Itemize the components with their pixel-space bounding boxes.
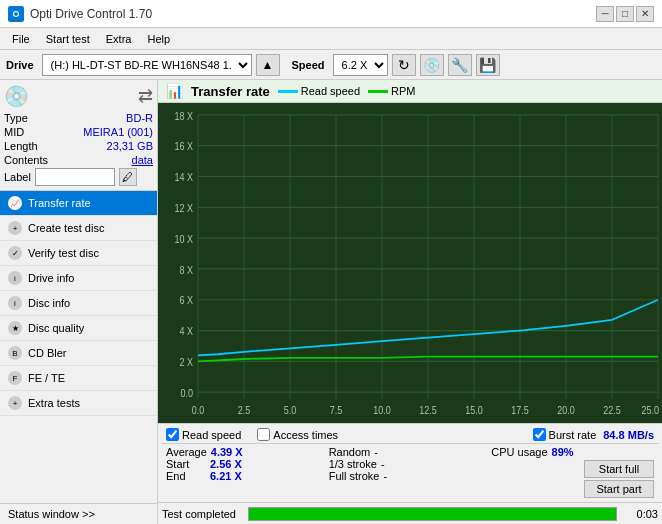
close-button[interactable]: ✕ bbox=[636, 6, 654, 22]
checkbox-access-times-input[interactable] bbox=[257, 428, 270, 441]
stat-end-row: End 6.21 X bbox=[166, 470, 329, 482]
svg-text:2.5: 2.5 bbox=[238, 404, 251, 416]
nav-item-drive-info[interactable]: i Drive info bbox=[0, 266, 157, 291]
svg-text:12.5: 12.5 bbox=[419, 404, 437, 416]
svg-text:0.0: 0.0 bbox=[180, 387, 193, 399]
stat-random-val: - bbox=[374, 446, 378, 458]
svg-text:20.0: 20.0 bbox=[557, 404, 575, 416]
disc-label-btn[interactable]: 🖊 bbox=[119, 168, 137, 186]
eject-button[interactable]: ▲ bbox=[256, 54, 280, 76]
start-part-button[interactable]: Start part bbox=[584, 480, 654, 498]
title-bar-left: O Opti Drive Control 1.70 bbox=[8, 6, 152, 22]
svg-text:12 X: 12 X bbox=[174, 202, 193, 214]
nav-item-verify-test-disc[interactable]: ✓ Verify test disc bbox=[0, 241, 157, 266]
disc-panel-header: 💿 ⇄ bbox=[4, 84, 153, 108]
drive-toolbar: Drive (H:) HL-DT-ST BD-RE WH16NS48 1.D3 … bbox=[0, 50, 662, 80]
stat-random-label: Random bbox=[329, 446, 371, 458]
nav-menu: 📈 Transfer rate + Create test disc ✓ Ver… bbox=[0, 191, 157, 503]
title-bar: O Opti Drive Control 1.70 ─ □ ✕ bbox=[0, 0, 662, 28]
disc-icon: 💿 bbox=[4, 84, 29, 108]
stat-end-label: End bbox=[166, 470, 206, 482]
burst-rate-number: 84.8 MB/s bbox=[603, 429, 654, 441]
stats-area: Read speed Access times Burst rate 84.8 … bbox=[158, 423, 662, 502]
nav-item-cd-bler[interactable]: B CD Bler bbox=[0, 341, 157, 366]
sidebar: 💿 ⇄ Type BD-R MID MEIRA1 (001) Length 23… bbox=[0, 80, 158, 524]
checkbox-burst-rate[interactable]: Burst rate 84.8 MB/s bbox=[533, 428, 654, 441]
main-content: 💿 ⇄ Type BD-R MID MEIRA1 (001) Length 23… bbox=[0, 80, 662, 524]
stat-cpu-val: 89% bbox=[552, 446, 587, 458]
save-button[interactable]: 💾 bbox=[476, 54, 500, 76]
disc-contents-label: Contents bbox=[4, 154, 48, 166]
nav-item-disc-info[interactable]: i Disc info bbox=[0, 291, 157, 316]
nav-item-extra-tests[interactable]: + Extra tests bbox=[0, 391, 157, 416]
disc-type-row: Type BD-R bbox=[4, 112, 153, 124]
svg-text:25.0 GB: 25.0 GB bbox=[641, 404, 662, 416]
disc-length-label: Length bbox=[4, 140, 38, 152]
burn-button[interactable]: 💿 bbox=[420, 54, 444, 76]
nav-item-disc-quality[interactable]: ★ Disc quality bbox=[0, 316, 157, 341]
disc-arrows: ⇄ bbox=[138, 85, 153, 107]
nav-label-transfer-rate: Transfer rate bbox=[28, 197, 91, 209]
disc-label-label: Label bbox=[4, 171, 31, 183]
svg-text:10.0: 10.0 bbox=[373, 404, 391, 416]
checkbox-burst-rate-input[interactable] bbox=[533, 428, 546, 441]
status-window-bar[interactable]: Status window >> bbox=[0, 503, 157, 524]
checkbox-access-times[interactable]: Access times bbox=[257, 428, 338, 441]
stats-col-1: Average 4.39 X Start 2.56 X End 6.21 X bbox=[166, 446, 329, 482]
disc-panel: 💿 ⇄ Type BD-R MID MEIRA1 (001) Length 23… bbox=[0, 80, 157, 191]
checkbox-read-speed-input[interactable] bbox=[166, 428, 179, 441]
disc-label-input[interactable] bbox=[35, 168, 115, 186]
stat-average-val: 4.39 X bbox=[211, 446, 246, 458]
menu-extra[interactable]: Extra bbox=[98, 31, 140, 47]
stat-stroke1-row: 1/3 stroke - bbox=[329, 458, 492, 470]
disc-mid-val: MEIRA1 (001) bbox=[83, 126, 153, 138]
transfer-rate-icon: 📈 bbox=[8, 196, 22, 210]
minimize-button[interactable]: ─ bbox=[596, 6, 614, 22]
fe-te-icon: F bbox=[8, 371, 22, 385]
burst-rate-value: 84.8 MB/s bbox=[603, 429, 654, 441]
nav-label-verify-test-disc: Verify test disc bbox=[28, 247, 99, 259]
nav-item-fe-te[interactable]: F FE / TE bbox=[0, 366, 157, 391]
svg-text:18 X: 18 X bbox=[174, 110, 193, 122]
svg-text:6 X: 6 X bbox=[179, 295, 193, 307]
stat-stroke1-label: 1/3 stroke bbox=[329, 458, 377, 470]
verify-test-disc-icon: ✓ bbox=[8, 246, 22, 260]
disc-info-icon: i bbox=[8, 296, 22, 310]
settings-button[interactable]: 🔧 bbox=[448, 54, 472, 76]
nav-item-create-test-disc[interactable]: + Create test disc bbox=[0, 216, 157, 241]
disc-type-val: BD-R bbox=[126, 112, 153, 124]
svg-text:15.0: 15.0 bbox=[465, 404, 483, 416]
svg-text:7.5: 7.5 bbox=[330, 404, 343, 416]
stat-average-row: Average 4.39 X bbox=[166, 446, 329, 458]
disc-label-row: Label 🖊 bbox=[4, 168, 153, 186]
svg-text:22.5: 22.5 bbox=[603, 404, 621, 416]
nav-item-transfer-rate[interactable]: 📈 Transfer rate bbox=[0, 191, 157, 216]
checkboxes-row: Read speed Access times Burst rate 84.8 … bbox=[162, 426, 658, 444]
menu-file[interactable]: File bbox=[4, 31, 38, 47]
right-panel: 📊 Transfer rate Read speed RPM bbox=[158, 80, 662, 524]
maximize-button[interactable]: □ bbox=[616, 6, 634, 22]
nav-label-disc-quality: Disc quality bbox=[28, 322, 84, 334]
nav-label-fe-te: FE / TE bbox=[28, 372, 65, 384]
nav-label-cd-bler: CD Bler bbox=[28, 347, 67, 359]
stat-full-stroke-row: Full stroke - bbox=[329, 470, 492, 482]
refresh-button[interactable]: ↻ bbox=[392, 54, 416, 76]
status-text: Test completed bbox=[162, 508, 242, 520]
chart-svg: 18 X 16 X 14 X 12 X 10 X 8 X 6 X 4 X 2 X… bbox=[158, 103, 662, 423]
menu-bar: File Start test Extra Help bbox=[0, 28, 662, 50]
legend-rpm-color bbox=[368, 90, 388, 93]
start-buttons: Start full Start part bbox=[491, 460, 654, 498]
start-full-button[interactable]: Start full bbox=[584, 460, 654, 478]
checkbox-read-speed[interactable]: Read speed bbox=[166, 428, 241, 441]
disc-contents-val[interactable]: data bbox=[132, 154, 153, 166]
stat-cpu-row: CPU usage 89% bbox=[491, 446, 654, 458]
nav-label-extra-tests: Extra tests bbox=[28, 397, 80, 409]
drive-select[interactable]: (H:) HL-DT-ST BD-RE WH16NS48 1.D3 bbox=[42, 54, 252, 76]
stat-cpu-label: CPU usage bbox=[491, 446, 547, 458]
speed-select[interactable]: 6.2 X MAX bbox=[333, 54, 388, 76]
menu-help[interactable]: Help bbox=[139, 31, 178, 47]
menu-start-test[interactable]: Start test bbox=[38, 31, 98, 47]
app-icon: O bbox=[8, 6, 24, 22]
legend-read-speed: Read speed bbox=[278, 85, 360, 97]
disc-length-val: 23,31 GB bbox=[107, 140, 153, 152]
